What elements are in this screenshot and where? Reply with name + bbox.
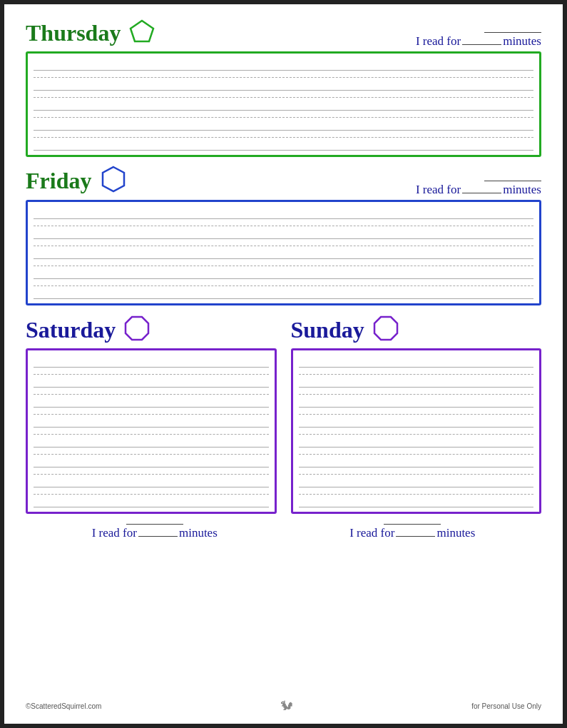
sunday-column: Sunday [291, 314, 542, 520]
thursday-name-line [484, 32, 541, 33]
thursday-read-prefix: I read for [416, 34, 461, 48]
friday-header-row: Friday I read forminutes [26, 164, 541, 197]
friday-section: Friday I read forminutes [26, 164, 541, 305]
friday-title: Friday [26, 168, 91, 194]
friday-read-prefix: I read for [416, 183, 461, 196]
saturday-read-text: I read forminutes [92, 526, 218, 540]
thursday-lines [34, 58, 533, 151]
saturday-read-col: I read forminutes [26, 524, 284, 540]
thursday-minutes-blank[interactable] [462, 44, 501, 45]
page: Thursday I read forminutes [0, 0, 567, 728]
friday-read-suffix: minutes [503, 183, 541, 196]
thursday-header-left: Thursday [26, 17, 156, 49]
friday-lines [34, 206, 533, 299]
thursday-section: Thursday I read forminutes [26, 17, 541, 157]
sunday-read-text: I read forminutes [349, 526, 475, 540]
footer-right: for Personal Use Only [471, 702, 541, 710]
friday-writing-box[interactable] [26, 200, 541, 305]
friday-read-text: I read forminutes [416, 183, 541, 197]
svg-marker-2 [126, 317, 148, 340]
sat-sun-container: Saturday [26, 314, 541, 520]
saturday-read-suffix: minutes [179, 526, 218, 540]
sunday-writing-box[interactable] [291, 348, 542, 514]
footer: ©ScatteredSquirrel.com 🐿 for Personal Us… [26, 699, 541, 714]
thursday-shape-icon [128, 17, 156, 49]
svg-marker-0 [131, 21, 153, 41]
svg-marker-3 [374, 317, 397, 340]
sunday-minutes-blank[interactable] [396, 536, 435, 537]
thursday-read-text: I read forminutes [416, 34, 541, 49]
saturday-name-line [126, 524, 183, 525]
saturday-header: Saturday [26, 314, 277, 345]
saturday-column: Saturday [26, 314, 277, 520]
saturday-minutes-blank[interactable] [138, 536, 178, 537]
friday-header-left: Friday [26, 164, 128, 197]
thursday-header-row: Thursday I read forminutes [26, 17, 541, 49]
sunday-shape-icon [372, 314, 400, 345]
saturday-title: Saturday [26, 317, 116, 343]
svg-marker-1 [103, 167, 124, 191]
friday-read-right: I read forminutes [416, 181, 541, 197]
thursday-writing-box[interactable] [26, 51, 541, 157]
friday-shape-icon [98, 164, 128, 197]
sunday-name-line [384, 524, 441, 525]
sunday-lines [299, 355, 534, 507]
saturday-writing-box[interactable] [26, 348, 277, 514]
sunday-read-col: I read forminutes [284, 524, 542, 540]
saturday-read-prefix: I read for [92, 526, 137, 540]
sunday-title: Sunday [291, 317, 364, 343]
friday-minutes-blank[interactable] [462, 193, 501, 193]
thursday-read-right: I read forminutes [416, 32, 541, 49]
footer-squirrel-icon: 🐿 [280, 699, 293, 714]
sunday-read-prefix: I read for [349, 526, 394, 540]
saturday-lines [34, 355, 269, 507]
footer-left: ©ScatteredSquirrel.com [26, 702, 101, 710]
saturday-shape-icon [123, 314, 151, 345]
thursday-read-suffix: minutes [503, 34, 541, 48]
sunday-read-suffix: minutes [436, 526, 475, 540]
thursday-title: Thursday [26, 20, 121, 46]
bottom-read-lines: I read forminutes I read forminutes [26, 524, 541, 540]
sunday-header: Sunday [291, 314, 542, 345]
friday-name-line [484, 181, 541, 181]
